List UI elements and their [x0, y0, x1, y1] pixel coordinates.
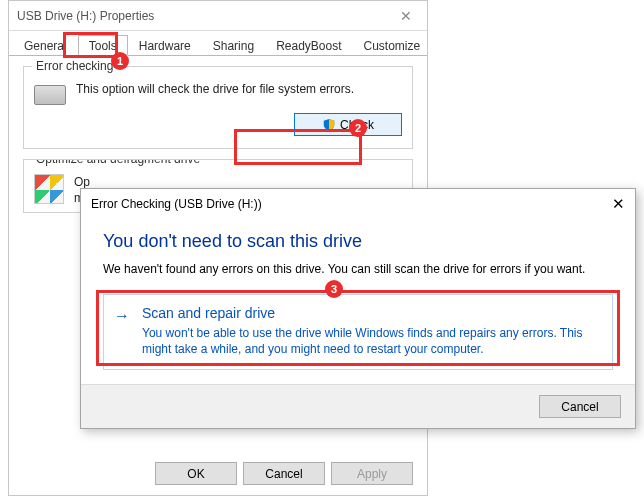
arrow-right-icon: →: [114, 307, 130, 325]
drive-icon: [34, 85, 66, 105]
annotation-step3-badge: 3: [325, 280, 343, 298]
scan-and-repair-option[interactable]: → Scan and repair drive You won't be abl…: [103, 294, 613, 370]
ok-button[interactable]: OK: [155, 462, 237, 485]
error-checking-desc: This option will check the drive for fil…: [76, 81, 402, 97]
group-title-error-checking: Error checking: [32, 59, 117, 73]
titlebar[interactable]: USB Drive (H:) Properties ✕: [9, 1, 427, 31]
close-icon[interactable]: ✕: [393, 8, 419, 24]
tab-customize[interactable]: Customize: [353, 35, 432, 56]
dialog-title: Error Checking (USB Drive (H:)): [91, 197, 595, 211]
dialog-cancel-button[interactable]: Cancel: [539, 395, 621, 418]
close-icon[interactable]: ✕: [595, 195, 625, 213]
check-button[interactable]: Check: [294, 113, 402, 136]
dialog-heading: You don't need to scan this drive: [103, 231, 613, 252]
annotation-step2-badge: 2: [349, 119, 367, 137]
dialog-footer: Cancel: [81, 384, 635, 428]
shield-icon: [322, 118, 336, 132]
apply-button: Apply: [331, 462, 413, 485]
dialog-message: We haven't found any errors on this driv…: [103, 262, 613, 276]
dialog-titlebar[interactable]: Error Checking (USB Drive (H:)) ✕: [81, 189, 635, 219]
group-title-optimize: Optimize and defragment drive: [32, 159, 204, 166]
tab-strip: General Tools Hardware Sharing ReadyBoos…: [9, 34, 427, 56]
annotation-step1-badge: 1: [111, 52, 129, 70]
properties-footer: OK Cancel Apply: [9, 462, 427, 485]
error-checking-dialog: Error Checking (USB Drive (H:)) ✕ You do…: [80, 188, 636, 429]
scan-option-desc: You won't be able to use the drive while…: [142, 325, 600, 357]
tab-readyboost[interactable]: ReadyBoost: [265, 35, 352, 56]
tab-hardware[interactable]: Hardware: [128, 35, 202, 56]
defrag-icon: [34, 174, 64, 204]
dialog-body: You don't need to scan this drive We hav…: [81, 219, 635, 370]
cancel-button[interactable]: Cancel: [243, 462, 325, 485]
tab-general[interactable]: General: [13, 35, 78, 56]
tab-sharing[interactable]: Sharing: [202, 35, 265, 56]
window-title: USB Drive (H:) Properties: [17, 9, 393, 23]
scan-option-title: Scan and repair drive: [142, 305, 600, 321]
